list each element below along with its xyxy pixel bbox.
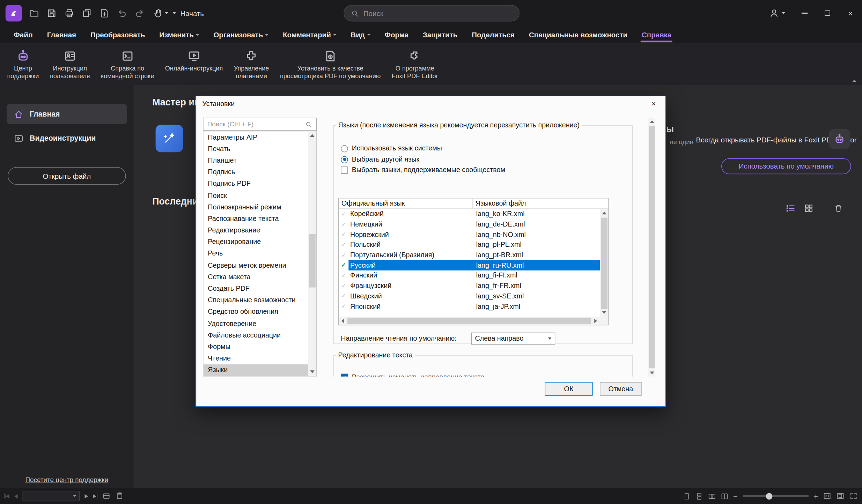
category-item[interactable]: Подпись PDF: [204, 178, 309, 190]
print-icon[interactable]: [61, 6, 76, 21]
radio-checked-icon[interactable]: [341, 156, 348, 163]
clipboard-icon[interactable]: [116, 492, 124, 500]
scroll-left-icon[interactable]: [339, 317, 347, 325]
menu-item[interactable]: Защитить: [415, 27, 464, 43]
radio-icon[interactable]: [341, 145, 348, 152]
scroll-up-icon[interactable]: [648, 118, 655, 125]
clear-recent-button[interactable]: [832, 202, 845, 215]
category-item[interactable]: Чтение: [204, 353, 309, 364]
language-row[interactable]: ✓ Японский lang_ja-JP.xml: [339, 301, 600, 311]
menu-item[interactable]: Форма: [377, 27, 415, 43]
fit-page-icon[interactable]: [836, 492, 845, 500]
reading-direction-select[interactable]: Слева направо: [471, 333, 555, 345]
table-horizontal-scrollbar[interactable]: [339, 317, 600, 325]
category-item[interactable]: Редактирование: [204, 224, 309, 236]
continuous-scroll-icon[interactable]: [695, 492, 703, 500]
dialog-titlebar[interactable]: Установки ×: [196, 96, 665, 111]
category-item[interactable]: Удостоверение: [204, 318, 309, 329]
copy-icon[interactable]: [79, 6, 94, 21]
language-row[interactable]: ✓ Русский lang_ru-RU.xml: [339, 260, 600, 270]
language-row[interactable]: ✓ Норвежский lang_nb-NO.xml: [339, 229, 600, 239]
menu-item[interactable]: Организовать: [206, 27, 275, 43]
scroll-up-icon[interactable]: [308, 131, 316, 140]
fit-width-icon[interactable]: [823, 492, 831, 500]
create-pdf-icon[interactable]: [97, 6, 112, 21]
foxit-logo[interactable]: [6, 5, 22, 21]
category-item[interactable]: Формы: [204, 341, 309, 353]
next-page-button[interactable]: [84, 494, 88, 498]
book-view-icon[interactable]: [721, 492, 728, 500]
cancel-button[interactable]: Отмена: [600, 382, 642, 395]
table-vertical-scrollbar[interactable]: [600, 209, 608, 317]
open-file-button[interactable]: Открыть файл: [8, 167, 126, 185]
open-file-icon[interactable]: [27, 6, 42, 21]
category-item[interactable]: Распознавание текста: [204, 213, 309, 224]
language-row[interactable]: ✓ Португальский (Бразилия) lang_pt-BR.xm…: [339, 250, 600, 260]
fullscreen-icon[interactable]: [849, 492, 858, 500]
category-item[interactable]: Параметры AIP: [204, 131, 309, 143]
single-page-icon[interactable]: [683, 492, 690, 500]
checkbox-checked-icon[interactable]: ✓: [341, 373, 348, 377]
ribbon-collapse-icon[interactable]: [852, 80, 857, 82]
tool-wizard-tile[interactable]: [156, 125, 183, 152]
category-item[interactable]: Серверы меток времени: [204, 259, 309, 271]
menu-item[interactable]: Изменить: [152, 27, 206, 43]
menu-item[interactable]: Преобразовать: [83, 27, 152, 43]
category-item[interactable]: Печать: [204, 143, 309, 155]
ribbon-set-default-viewer-button[interactable]: Установить в качестве просмотрщика PDF п…: [275, 45, 386, 83]
scrollbar-thumb[interactable]: [347, 317, 591, 324]
checkbox-icon[interactable]: [341, 166, 348, 173]
zoom-out-button[interactable]: −: [733, 492, 738, 500]
category-item[interactable]: Создать PDF: [204, 283, 309, 294]
category-item[interactable]: Планшет: [204, 155, 309, 166]
category-item[interactable]: Сетка макета: [204, 271, 309, 283]
page-number-box[interactable]: [22, 491, 80, 501]
support-center-link[interactable]: Посетите центр поддержки: [0, 476, 134, 484]
scroll-down-icon[interactable]: [648, 369, 655, 377]
menu-item[interactable]: Комментарий: [275, 27, 344, 43]
list-view-button[interactable]: [784, 202, 797, 215]
preferences-search-input[interactable]: Поиск (Ctrl + F): [203, 118, 317, 131]
start-page-tab[interactable]: Начать: [172, 0, 204, 27]
redo-icon[interactable]: [132, 6, 147, 21]
menu-item[interactable]: Главная: [40, 27, 83, 43]
ribbon-user-manual-button[interactable]: Инструкция пользователя: [45, 45, 95, 83]
community-languages-checkbox[interactable]: Выбрать языки, поддерживаемые сообщество…: [341, 166, 505, 174]
category-item[interactable]: Языки: [204, 364, 309, 376]
menu-item[interactable]: Специальные возможности: [522, 27, 635, 43]
category-item[interactable]: Рецензирование: [204, 236, 309, 248]
menu-item[interactable]: Вид: [344, 27, 377, 43]
first-page-button[interactable]: [5, 494, 9, 498]
maximize-button[interactable]: [816, 0, 839, 27]
scroll-down-icon[interactable]: [600, 308, 608, 317]
ribbon-cmdline-help-button[interactable]: Справка по командной строке: [96, 45, 159, 83]
category-item[interactable]: Средство обновления: [204, 306, 309, 318]
ribbon-online-tutorial-button[interactable]: Онлайн-инструкция: [160, 45, 228, 83]
sidebar-item-home[interactable]: Главная: [7, 104, 127, 124]
two-page-icon[interactable]: [708, 492, 716, 500]
sidebar-item-video-tutorials[interactable]: Видеоинструкции: [7, 128, 127, 148]
hand-tool-icon[interactable]: [149, 6, 171, 21]
language-row[interactable]: ✓ Финский lang_fi-FI.xml: [339, 270, 600, 281]
ok-button[interactable]: ОК: [545, 382, 593, 395]
language-row[interactable]: ✓ Шведский lang_sv-SE.xml: [339, 291, 600, 301]
language-row[interactable]: ✓ Польский lang_pl-PL.xml: [339, 240, 600, 250]
close-button[interactable]: ×: [839, 0, 862, 27]
language-row[interactable]: ✓ Немецкий lang_de-DE.xml: [339, 219, 600, 229]
scrollbar-thumb[interactable]: [601, 218, 607, 309]
category-scrollbar[interactable]: [308, 131, 316, 376]
category-item[interactable]: Поиск: [204, 190, 309, 201]
menu-item[interactable]: Справка: [635, 27, 679, 43]
use-system-language-radio[interactable]: Использовать язык системы: [341, 144, 442, 152]
ribbon-plugin-manager-button[interactable]: Управление плагинами: [229, 45, 274, 83]
account-menu[interactable]: [761, 0, 793, 27]
menu-item[interactable]: Файл: [7, 27, 40, 43]
column-header-file[interactable]: Языковой файл: [473, 198, 608, 208]
grid-view-button[interactable]: [802, 202, 815, 215]
minimize-button[interactable]: [793, 0, 816, 27]
column-header-language[interactable]: Официальный язык: [339, 198, 473, 208]
language-row[interactable]: ✓ Французский lang_fr-FR.xml: [339, 281, 600, 291]
scroll-down-icon[interactable]: [308, 368, 316, 376]
last-page-button[interactable]: [93, 494, 97, 498]
choose-language-radio[interactable]: Выбрать другой язык: [341, 156, 419, 163]
